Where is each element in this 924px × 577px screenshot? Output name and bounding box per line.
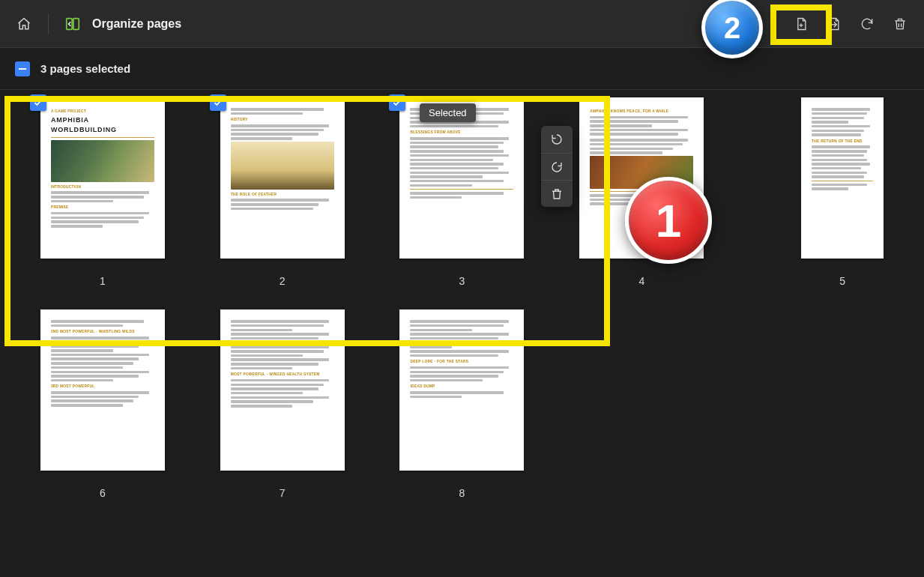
page-number: 4 [638, 275, 644, 287]
select-all-checkbox[interactable] [15, 61, 30, 76]
page-thumbnail[interactable]: The Return of the End 5 [770, 97, 915, 287]
page-thumbnail[interactable]: History The Role of Feather 2 [210, 97, 355, 287]
doc-hero-image [51, 140, 154, 182]
page-grid: A Game Project AMPHIBIA WORLDBUILDING In… [0, 97, 924, 507]
rotate-icon [860, 16, 875, 31]
page-thumbnail[interactable]: A Game Project AMPHIBIA WORLDBUILDING In… [30, 97, 175, 287]
page-thumbnail[interactable]: Blessings From Above 3 [390, 97, 535, 287]
rotate-page-button[interactable] [852, 9, 882, 39]
insert-page-button[interactable] [786, 9, 816, 39]
trash-icon [550, 187, 564, 201]
organize-icon-button[interactable] [58, 9, 88, 39]
indeterminate-icon [18, 64, 27, 73]
delete-selected-button[interactable] [541, 180, 573, 207]
home-button[interactable] [9, 9, 39, 39]
page-number: 1 [100, 275, 106, 287]
organize-pages-icon [64, 16, 81, 32]
svg-rect-2 [19, 68, 26, 70]
doc-title: AMPHIBIA WORLDBUILDING [51, 115, 154, 133]
separator [48, 13, 49, 34]
svg-rect-1 [73, 18, 79, 29]
page-thumbnail[interactable]: Deep Lore - For the Stars Ideas Dump 8 [390, 309, 535, 499]
page-action-toolbar [541, 126, 573, 207]
delete-page-button[interactable] [885, 9, 915, 39]
trash-icon [893, 16, 908, 31]
page-number: 5 [839, 275, 845, 287]
page-number: 2 [280, 275, 286, 287]
rotate-right-button[interactable] [541, 153, 573, 180]
doc-image [231, 142, 334, 190]
page-number: 3 [459, 275, 465, 287]
insert-page-icon [794, 16, 809, 31]
selected-tooltip: Selected [420, 103, 476, 122]
page-number: 7 [280, 487, 286, 499]
rotate-left-button[interactable] [541, 126, 573, 153]
page-title: Organize pages [92, 17, 181, 31]
home-icon [16, 16, 31, 31]
page-number: 8 [459, 487, 465, 499]
doc-subhead: A Game Project [51, 109, 154, 114]
extract-page-button[interactable] [819, 9, 849, 39]
rotate-right-icon [550, 160, 564, 174]
rotate-left-icon [550, 133, 564, 146]
page-thumbnail[interactable]: 2nd Most Powerful - Whistling Wilds 3rd … [30, 309, 175, 499]
extract-page-icon [827, 16, 842, 31]
page-thumbnail[interactable]: Most Powerful - Winged Health System 7 [210, 309, 355, 499]
callout-badge-1: 1 [625, 177, 712, 264]
selection-count: 3 pages selected [40, 62, 130, 75]
page-number: 6 [100, 487, 106, 499]
